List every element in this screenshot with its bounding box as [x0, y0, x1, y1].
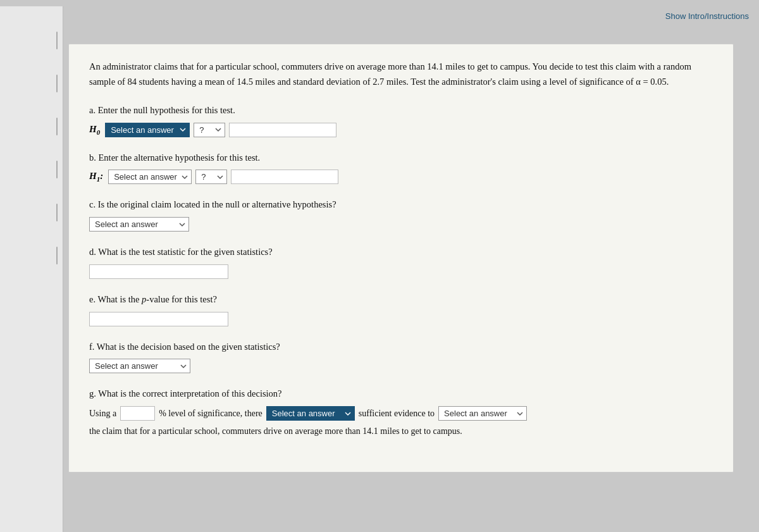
- margin-line-2: [56, 75, 58, 92]
- section-b-inputs: H1: Select an answer μ > μ < μ = μ ≥ μ ≤…: [89, 170, 713, 184]
- section-f-label: f. What is the decision based on the giv…: [89, 340, 713, 354]
- section-g-line1: Using a % level of significance, there S…: [89, 406, 713, 421]
- section-a-value-input[interactable]: [229, 123, 336, 137]
- section-g-line2: the claim that for a particular school, …: [89, 424, 713, 439]
- section-g-select1[interactable]: Select an answer is is not: [266, 406, 355, 421]
- section-b-value-input[interactable]: [231, 170, 338, 184]
- margin-line-5: [56, 204, 58, 221]
- content-area: An administrator claims that for a parti…: [68, 25, 734, 473]
- margin-line-4: [56, 161, 58, 178]
- margin-line-6: [56, 247, 58, 264]
- pct-significance-text: % level of significance, there: [159, 406, 262, 421]
- section-f-answer-select[interactable]: Select an answer Reject H₀ Fail to Rejec…: [89, 359, 190, 373]
- section-d-inputs: [89, 264, 713, 279]
- top-bar: Show Intro/Instructions: [0, 6, 759, 25]
- section-a: a. Enter the null hypothesis for this te…: [89, 104, 713, 137]
- section-e-value-input[interactable]: [89, 312, 228, 326]
- section-c-inputs: Select an answer null hypothesis alterna…: [89, 217, 713, 232]
- section-a-inputs: H0 Select an answer μ > μ < μ = μ ≥ μ ≤ …: [89, 123, 713, 137]
- section-b-answer-select[interactable]: Select an answer μ > μ < μ = μ ≥ μ ≤ μ ≠: [108, 170, 192, 184]
- section-c: c. Is the original claim located in the …: [89, 198, 713, 232]
- section-e: e. What is the p-value for this test?: [89, 293, 713, 326]
- section-a-symbol-select[interactable]: ? > < = ≥ ≤ ≠: [194, 123, 225, 137]
- section-f-inputs: Select an answer Reject H₀ Fail to Rejec…: [89, 359, 713, 373]
- left-margin: [0, 6, 63, 532]
- section-a-label: a. Enter the null hypothesis for this te…: [89, 104, 713, 118]
- section-e-inputs: [89, 312, 713, 326]
- margin-line-1: [56, 32, 58, 49]
- section-b: b. Enter the alternative hypothesis for …: [89, 151, 713, 185]
- section-g-label: g. What is the correct interpretation of…: [89, 387, 713, 401]
- section-b-symbol-select[interactable]: ? > < = ≥ ≤ ≠: [195, 170, 227, 184]
- section-g: g. What is the correct interpretation of…: [89, 387, 713, 438]
- section-c-label: c. Is the original claim located in the …: [89, 198, 713, 212]
- main-card: An administrator claims that for a parti…: [68, 44, 734, 473]
- section-g-select2[interactable]: Select an answer support reject: [438, 406, 527, 421]
- section-c-answer-select[interactable]: Select an answer null hypothesis alterna…: [89, 217, 189, 232]
- using-a-text: Using a: [89, 406, 116, 421]
- section-f: f. What is the decision based on the giv…: [89, 340, 713, 374]
- problem-description: An administrator claims that for a parti…: [89, 59, 713, 90]
- margin-line-3: [56, 118, 58, 135]
- section-g-pct-input[interactable]: [120, 406, 155, 421]
- h0-label: H0: [89, 124, 100, 136]
- section-a-answer-select[interactable]: Select an answer μ > μ < μ = μ ≥ μ ≤ μ ≠: [105, 123, 190, 137]
- section-e-label: e. What is the p-value for this test?: [89, 293, 713, 307]
- section-d-value-input[interactable]: [89, 264, 228, 279]
- section-g-content: Using a % level of significance, there S…: [89, 406, 713, 439]
- show-intro-link[interactable]: Show Intro/Instructions: [665, 11, 749, 21]
- h1-label: H1:: [89, 171, 103, 183]
- sufficient-evidence-text: sufficient evidence to: [359, 406, 435, 421]
- section-b-label: b. Enter the alternative hypothesis for …: [89, 151, 713, 165]
- section-d: d. What is the test statistic for the gi…: [89, 245, 713, 279]
- section-d-label: d. What is the test statistic for the gi…: [89, 245, 713, 259]
- page-wrapper: Show Intro/Instructions An administrator…: [0, 6, 759, 532]
